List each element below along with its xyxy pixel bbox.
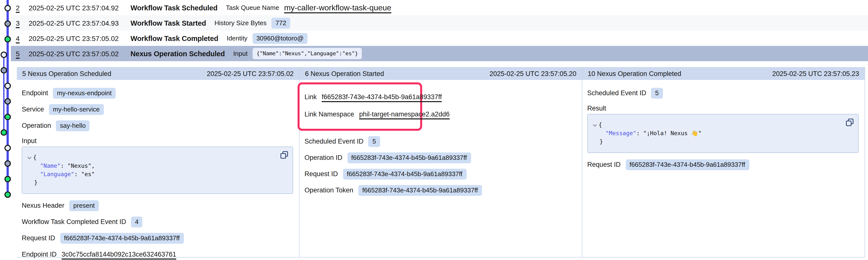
timeline-marker-completed[interactable] [5, 37, 10, 42]
event-time: 2025-02-25 UTC 23:57:04.92 [29, 4, 130, 11]
field-label: Operation [22, 122, 51, 129]
field-nexus-header: Nexus Header present [22, 200, 293, 211]
field-scheduled-event-id: Scheduled Event ID 5 [305, 136, 576, 147]
field-label: Request ID [305, 170, 338, 178]
event-detail-group: 5 Nexus Operation Scheduled 2025-02-25 U… [17, 67, 865, 258]
field-value-badge: 5 [369, 136, 380, 147]
event-name: Workflow Task Started [130, 19, 206, 27]
json-comma: , [91, 162, 95, 169]
task-queue-link[interactable]: my-caller-workflow-task-queue [284, 3, 391, 12]
timeline-marker-completed[interactable] [5, 114, 10, 120]
field-value-badge: f665283f-743e-4374-b45b-9a61a89337ff [359, 185, 482, 196]
json-close-brace: } [34, 179, 37, 186]
field-label: Request ID [587, 161, 621, 168]
json-value: "es" [81, 171, 95, 178]
link-namespace-link[interactable]: phil-target-namespace2.a2dd6 [359, 111, 450, 118]
timeline-marker-completed[interactable] [5, 192, 10, 197]
field-request-id: Request ID f665283f-743e-4374-b45b-9a61a… [587, 159, 859, 170]
field-label: Service [22, 106, 44, 113]
field-link-namespace: Link Namespace phil-target-namespace2.a2… [305, 109, 415, 120]
attr-label: History Size Bytes [215, 19, 267, 27]
panel-title: 6 Nexus Operation Started [305, 70, 384, 77]
field-value-badge: f665283f-743e-4374-b45b-9a61a89337ff [60, 233, 184, 244]
event-row-2[interactable]: 2 2025-02-25 UTC 23:57:04.92 Workflow Ta… [11, 0, 868, 15]
field-link: Link f665283f-743e-4374-b45b-9a61a89337f… [305, 91, 415, 103]
field-value-badge: f665283f-743e-4374-b45b-9a61a89337ff [347, 152, 471, 163]
link-event-link[interactable]: f665283f-743e-4374-b45b-9a61a89337ff [322, 93, 442, 101]
panel-body: Endpoint my-nexus-endpoint Service my-he… [17, 80, 299, 260]
panel-header[interactable]: 5 Nexus Operation Scheduled 2025-02-25 U… [17, 67, 299, 80]
event-id-link[interactable]: 4 [16, 34, 23, 42]
field-label: Endpoint ID [22, 251, 57, 258]
field-value-badge: f665283f-743e-4374-b45b-9a61a89337ff [343, 169, 466, 179]
field-operation-id: Operation ID f665283f-743e-4374-b45b-9a6… [305, 152, 576, 163]
field-endpoint: Endpoint my-nexus-endpoint [22, 87, 293, 99]
timeline-marker-scheduled[interactable] [5, 145, 10, 151]
field-label: Scheduled Event ID [587, 89, 646, 97]
field-label: Operation Token [305, 186, 353, 194]
event-list: 2 2025-02-25 UTC 23:57:04.92 Workflow Ta… [11, 0, 868, 61]
field-label: Operation ID [305, 154, 342, 161]
event-time: 2025-02-25 UTC 23:57:04.93 [29, 19, 130, 27]
field-request-id: Request ID f665283f-743e-4374-b45b-9a61a… [305, 168, 576, 180]
timeline-marker-started[interactable] [5, 161, 10, 166]
panel-title: 5 Nexus Operation Scheduled [22, 70, 111, 77]
collapse-chevron-icon[interactable] [27, 153, 33, 162]
input-json-viewer: { "Name": "Nexus", "Language": "es" } [22, 147, 293, 194]
field-label: Endpoint [22, 89, 48, 97]
field-operation: Operation say-hello [22, 120, 293, 131]
workflow-event-history-view: 2 2025-02-25 UTC 23:57:04.92 Workflow Ta… [0, 0, 868, 260]
json-key: "Message" [606, 130, 637, 137]
event-id-link[interactable]: 2 [16, 4, 23, 11]
field-value-badge: say-hello [56, 120, 90, 131]
endpoint-id-link[interactable]: 3c0c75ccfa8144b092c13ce632463761 [62, 251, 176, 258]
panel-nexus-operation-scheduled: 5 Nexus Operation Scheduled 2025-02-25 U… [17, 67, 299, 257]
timeline-marker-started[interactable] [5, 21, 10, 26]
field-request-id: Request ID f665283f-743e-4374-b45b-9a61a… [22, 232, 293, 244]
field-label: Link [305, 93, 317, 101]
json-open-brace: { [33, 154, 37, 161]
panel-title: 10 Nexus Operation Completed [588, 70, 681, 77]
panel-nexus-operation-completed: 10 Nexus Operation Completed 2025-02-25 … [582, 67, 865, 257]
panel-timestamp: 2025-02-25 UTC 23:57:05.23 [772, 70, 859, 77]
field-label: Scheduled Event ID [305, 138, 364, 145]
event-row-5-selected[interactable]: 5 2025-02-25 UTC 23:57:05.02 Nexus Opera… [11, 46, 868, 61]
event-id-link[interactable]: 3 [16, 19, 23, 27]
field-value-badge: my-hello-service [49, 104, 103, 115]
copy-icon[interactable] [846, 118, 854, 126]
json-colon: : [61, 162, 67, 169]
panel-header[interactable]: 10 Nexus Operation Completed 2025-02-25 … [582, 67, 865, 80]
result-label: Result [587, 105, 859, 112]
timeline-marker-scheduled[interactable] [1, 52, 7, 58]
copy-icon[interactable] [280, 151, 288, 159]
timeline-marker-started[interactable] [1, 68, 7, 73]
field-endpoint-id: Endpoint ID 3c0c75ccfa8144b092c13ce63246… [22, 249, 293, 260]
field-service: Service my-hello-service [22, 104, 293, 115]
timeline-marker-scheduled[interactable] [5, 83, 10, 88]
collapse-chevron-icon[interactable] [593, 121, 599, 129]
field-value-badge: f665283f-743e-4374-b45b-9a61a89337ff [625, 159, 749, 170]
panel-nexus-operation-started: 6 Nexus Operation Started 2025-02-25 UTC… [299, 67, 582, 257]
field-value-badge: 4 [131, 216, 142, 227]
result-json-viewer: { "Message": "¡Hola! Nexus 👋" } [587, 114, 859, 153]
attr-value-badge: 30960@totoro@ [252, 33, 308, 44]
json-colon: : [74, 171, 81, 178]
attr-label: Task Queue Name [226, 4, 279, 11]
event-name: Workflow Task Scheduled [130, 4, 217, 11]
event-time: 2025-02-25 UTC 23:57:05.02 [29, 34, 130, 42]
event-id-link[interactable]: 5 [16, 49, 23, 58]
input-label: Input [22, 137, 293, 145]
timeline-marker-completed[interactable] [1, 130, 7, 135]
event-time: 2025-02-25 UTC 23:57:05.02 [29, 49, 130, 58]
panel-timestamp: 2025-02-25 UTC 23:57:05.20 [490, 70, 576, 77]
timeline-marker-scheduled[interactable] [5, 5, 10, 11]
json-close-brace: } [599, 138, 603, 145]
timeline-marker-started[interactable] [5, 99, 10, 104]
event-row-4[interactable]: 4 2025-02-25 UTC 23:57:05.02 Workflow Ta… [11, 31, 868, 46]
attr-label: Input [233, 50, 248, 57]
event-name: Workflow Task Completed [130, 34, 218, 42]
panel-header[interactable]: 6 Nexus Operation Started 2025-02-25 UTC… [300, 67, 582, 80]
field-label: Link Namespace [305, 111, 354, 118]
event-row-3[interactable]: 3 2025-02-25 UTC 23:57:04.93 Workflow Ta… [11, 15, 868, 31]
timeline-marker-completed[interactable] [5, 176, 10, 182]
